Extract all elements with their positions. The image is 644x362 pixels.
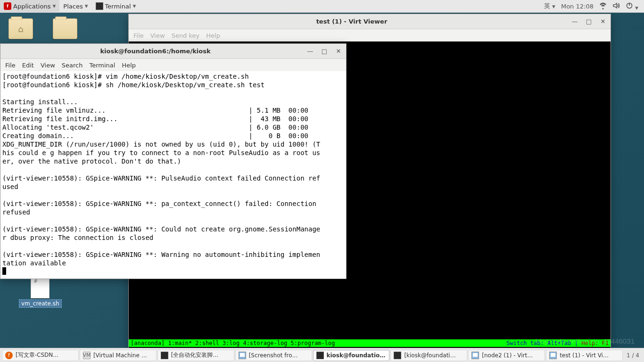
distro-logo-icon: f xyxy=(4,2,11,10)
taskbar-item-2[interactable]: [全自动化安装脚… xyxy=(157,350,234,361)
network-icon[interactable] xyxy=(597,2,609,11)
chevron-down-icon: ▼ xyxy=(552,4,555,9)
firefox-icon: f xyxy=(5,352,13,359)
minimize-button[interactable]: — xyxy=(571,18,578,25)
maximize-button[interactable]: □ xyxy=(321,48,328,55)
terminal-window: kiosk@foundation6:/home/kiosk — □ ✕ File… xyxy=(0,43,347,279)
taskbar-item-label: kiosk@foundatio… xyxy=(327,352,386,359)
terminal-icon xyxy=(96,2,103,10)
taskbar-item-1[interactable]: VM[Virtual Machine … xyxy=(80,350,157,361)
taskbar-item-5[interactable]: [kiosk@foundati… xyxy=(390,350,467,361)
menu-help[interactable]: Help xyxy=(122,62,136,69)
menu-terminal[interactable]: Terminal xyxy=(89,62,115,69)
monitor-icon xyxy=(471,352,479,359)
image-icon xyxy=(239,352,246,359)
chevron-down-icon: ▼ xyxy=(85,4,88,8)
activities-menu[interactable]: f Applications ▼ xyxy=(0,0,59,13)
taskbar-item-label: [Virtual Machine … xyxy=(93,352,147,359)
taskbar-item-6[interactable]: [node2 (1) - Virt… xyxy=(468,350,545,361)
taskbar-item-4[interactable]: kiosk@foundatio… xyxy=(313,350,390,361)
anaconda-tabs: [anaconda] 1:main* 2:shell 3:log 4:stora… xyxy=(131,340,335,346)
volume-icon[interactable] xyxy=(611,2,622,11)
terminal-icon xyxy=(161,352,168,359)
top-panel: f Applications ▼ Places ▼ Terminal ▼ 英 ▼… xyxy=(0,0,644,13)
taskbar-item-label: [Screenshot fro… xyxy=(249,352,298,359)
maximize-button[interactable]: □ xyxy=(585,18,593,25)
taskbar-item-label: [node2 (1) - Virt… xyxy=(482,352,533,359)
menu-edit[interactable]: Edit xyxy=(22,62,34,69)
desktop-folder[interactable] xyxy=(51,16,79,42)
terminal-app-menu[interactable]: Terminal ▼ xyxy=(92,0,140,13)
menu-view[interactable]: View xyxy=(41,62,55,69)
taskbar-item-3[interactable]: [Screenshot fro… xyxy=(235,350,312,361)
taskbar-item-label: [全自动化安装脚… xyxy=(171,351,219,359)
terminal-output[interactable]: [root@foundation6 kiosk]# vim /home/kios… xyxy=(0,71,346,279)
terminal-icon xyxy=(316,352,324,359)
menu-search[interactable]: Search xyxy=(62,62,83,69)
monitor-icon xyxy=(549,352,557,359)
cursor-icon xyxy=(2,267,6,275)
terminal-title: kiosk@foundation6:/home/kiosk xyxy=(4,48,306,55)
terminal-menubar: File Edit View Search Terminal Help xyxy=(0,59,346,71)
chevron-down-icon: ▼ xyxy=(635,6,638,10)
input-method-indicator[interactable]: 英 ▼ xyxy=(542,2,557,10)
taskbar: f[写文章-CSDN…VM[Virtual Machine …[全自动化安装脚…… xyxy=(0,348,644,362)
folder-icon: ⌂ xyxy=(8,18,33,39)
places-menu[interactable]: Places ▼ xyxy=(59,0,91,13)
applications-label: Applications xyxy=(13,3,50,10)
taskbar-item-0[interactable]: f[写文章-CSDN… xyxy=(2,350,79,361)
menu-sendkey[interactable]: Send key xyxy=(172,32,200,39)
script-file-icon xyxy=(31,276,50,298)
taskbar-item-label: test (1) - Virt Vi… xyxy=(560,352,609,359)
desktop-home-folder[interactable]: ⌂ xyxy=(7,16,35,42)
menu-file[interactable]: File xyxy=(5,62,16,69)
virt-titlebar[interactable]: test (1) - Virt Viewer — □ ✕ xyxy=(129,14,611,29)
virt-menubar: File View Send key Help xyxy=(129,29,611,41)
close-button[interactable]: ✕ xyxy=(599,18,607,25)
menu-view[interactable]: View xyxy=(150,32,165,39)
taskbar-item-label: [写文章-CSDN… xyxy=(16,351,58,359)
virt-title: test (1) - Virt Viewer xyxy=(132,18,571,25)
folder-icon xyxy=(53,18,77,39)
watermark: blog.csdn.net/weixin_42446031 xyxy=(536,337,635,345)
desktop-file-vmscript[interactable]: vm_create.sh xyxy=(19,276,62,308)
chevron-down-icon: ▼ xyxy=(133,4,136,8)
clock[interactable]: Mon 12:08 xyxy=(559,3,595,10)
power-icon[interactable]: ▼ xyxy=(624,2,640,11)
chevron-down-icon: ▼ xyxy=(52,4,56,8)
vm-manager-icon: VM xyxy=(83,352,91,359)
taskbar-item-label: [kiosk@foundati… xyxy=(404,352,455,359)
workspace-switcher[interactable]: 1 / 4 xyxy=(624,352,642,359)
close-button[interactable]: ✕ xyxy=(335,48,342,55)
menu-file[interactable]: File xyxy=(133,32,144,39)
minimize-button[interactable]: — xyxy=(306,48,314,55)
terminal-titlebar[interactable]: kiosk@foundation6:/home/kiosk — □ ✕ xyxy=(0,44,346,59)
terminal-icon xyxy=(394,352,401,359)
menu-help[interactable]: Help xyxy=(206,32,220,39)
taskbar-item-7[interactable]: test (1) - Virt Vi… xyxy=(546,350,623,361)
